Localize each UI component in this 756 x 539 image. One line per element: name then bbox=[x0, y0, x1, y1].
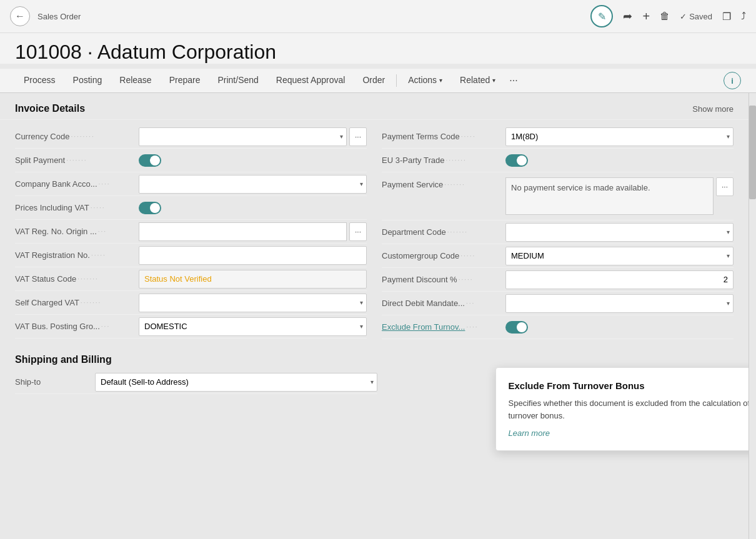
tab-request-approval[interactable]: Request Approval bbox=[267, 69, 354, 92]
right-column: Payment Terms Code ····· 1M(8D) ▾ bbox=[374, 125, 734, 339]
vat-status-row: VAT Status Code ······· bbox=[15, 267, 367, 291]
section-title: Invoice Details bbox=[15, 103, 85, 114]
prices-including-vat-toggle[interactable] bbox=[139, 202, 161, 214]
eu-3party-row: EU 3-Party Trade ······· bbox=[382, 149, 734, 172]
tab-print-send[interactable]: Print/Send bbox=[209, 69, 267, 92]
external-link-button[interactable]: ❐ bbox=[722, 11, 731, 22]
split-payment-label: Split Payment ······· bbox=[15, 156, 134, 165]
scrollbar[interactable] bbox=[749, 93, 756, 539]
page-header: 101008 · Adatum Corporation bbox=[0, 33, 756, 64]
payment-discount-input[interactable] bbox=[505, 270, 734, 289]
tab-order[interactable]: Order bbox=[354, 69, 394, 92]
department-code-select[interactable] bbox=[505, 223, 734, 242]
scrollbar-thumb[interactable] bbox=[749, 106, 756, 199]
edit-button[interactable]: ✎ bbox=[590, 5, 613, 27]
tab-process[interactable]: Process bbox=[15, 69, 64, 92]
info-button[interactable]: i bbox=[724, 72, 741, 89]
company-bank-control: ▾ bbox=[139, 175, 367, 194]
payment-terms-select[interactable]: 1M(8D) bbox=[505, 127, 734, 146]
eu-3party-label: EU 3-Party Trade ······· bbox=[382, 156, 500, 165]
prices-including-vat-row: Prices Including VAT ····· bbox=[15, 196, 367, 220]
tab-release[interactable]: Release bbox=[111, 69, 160, 92]
payment-discount-label: Payment Discount % ····· bbox=[382, 275, 500, 284]
expand-button[interactable]: ⤴ bbox=[741, 11, 746, 22]
tab-prepare[interactable]: Prepare bbox=[161, 69, 209, 92]
payment-service-label: Payment Service ······· bbox=[382, 177, 500, 189]
exclude-from-turnover-toggle[interactable] bbox=[505, 321, 528, 334]
direct-debit-select[interactable] bbox=[505, 294, 734, 313]
split-payment-toggle[interactable] bbox=[139, 154, 161, 167]
payment-terms-row: Payment Terms Code ····· 1M(8D) ▾ bbox=[382, 125, 734, 149]
back-button[interactable]: ← bbox=[10, 6, 30, 26]
checkmark-icon: ✓ bbox=[680, 12, 687, 21]
ship-to-select[interactable]: Default (Sell-to Address) bbox=[95, 373, 377, 392]
vat-reg-origin-control: ··· bbox=[139, 222, 367, 241]
main-panel: Invoice Details Show more Currency Code … bbox=[0, 93, 749, 399]
payment-terms-control: 1M(8D) ▾ bbox=[505, 127, 734, 146]
company-bank-select[interactable] bbox=[139, 175, 367, 194]
currency-code-label: Currency Code ········ bbox=[15, 132, 134, 141]
direct-debit-control: ▾ bbox=[505, 294, 734, 313]
vat-registration-row: VAT Registration No. ····· bbox=[15, 244, 367, 267]
payment-service-box: No payment service is made available. bbox=[505, 177, 714, 215]
company-bank-row: Company Bank Acco... ···· ▾ bbox=[15, 172, 367, 196]
payment-service-row: Payment Service ······· No payment servi… bbox=[382, 172, 734, 220]
split-payment-row: Split Payment ······· bbox=[15, 149, 367, 172]
nav-tabs: Process Posting Release Prepare Print/Se… bbox=[0, 69, 756, 93]
show-more-button[interactable]: Show more bbox=[692, 104, 734, 114]
add-button[interactable]: + bbox=[642, 9, 650, 24]
page-title: Sales Order bbox=[37, 12, 583, 21]
ship-to-label: Ship-to bbox=[15, 377, 90, 387]
vat-reg-origin-more-button[interactable]: ··· bbox=[349, 222, 367, 241]
saved-status: ✓ Saved bbox=[680, 12, 712, 21]
company-bank-select-wrap: ▾ bbox=[139, 175, 367, 194]
related-chevron-icon: ▾ bbox=[492, 77, 495, 84]
self-charged-vat-select[interactable] bbox=[139, 294, 367, 312]
department-code-select-wrap: ▾ bbox=[505, 223, 734, 242]
self-charged-vat-row: Self Charged VAT ······· ▾ bbox=[15, 291, 367, 315]
self-charged-vat-select-wrap: ▾ bbox=[139, 294, 367, 312]
tooltip-body: Specifies whether this document is exclu… bbox=[509, 397, 749, 422]
more-menu[interactable]: ··· bbox=[504, 69, 522, 92]
related-menu[interactable]: Related ▾ bbox=[451, 69, 504, 92]
eu-3party-toggle[interactable] bbox=[505, 154, 528, 167]
payment-terms-select-wrap: 1M(8D) ▾ bbox=[505, 127, 734, 146]
eu-3party-control bbox=[505, 154, 734, 167]
vat-reg-origin-label: VAT Reg. No. Origin ... ··· bbox=[15, 227, 134, 236]
invoice-details-section: Invoice Details Show more bbox=[0, 93, 749, 120]
vat-status-input[interactable] bbox=[139, 270, 367, 289]
payment-service-text: No payment service is made available. bbox=[511, 183, 650, 192]
nav-divider bbox=[396, 74, 397, 87]
vat-bus-posting-control: DOMESTIC ▾ bbox=[139, 317, 367, 336]
main-content: Invoice Details Show more Currency Code … bbox=[0, 93, 756, 539]
vat-bus-posting-select[interactable]: DOMESTIC bbox=[139, 317, 367, 336]
payment-service-more-button[interactable]: ··· bbox=[716, 177, 734, 196]
actions-menu[interactable]: Actions ▾ bbox=[399, 69, 451, 92]
share-button[interactable]: ➦ bbox=[623, 9, 632, 23]
currency-code-row: Currency Code ········ ▾ ··· bbox=[15, 125, 367, 149]
department-code-row: Department Code ······· ▾ bbox=[382, 220, 734, 244]
department-code-label: Department Code ······· bbox=[382, 227, 500, 237]
vat-registration-label: VAT Registration No. ····· bbox=[15, 250, 134, 260]
exclude-from-turnover-link[interactable]: Exclude From Turnov... bbox=[382, 322, 465, 332]
vat-bus-posting-label: VAT Bus. Posting Gro... ··· bbox=[15, 322, 134, 331]
department-code-control: ▾ bbox=[505, 223, 734, 242]
customergroup-code-select[interactable]: MEDIUM bbox=[505, 247, 734, 265]
ship-to-select-wrap: Default (Sell-to Address) ▾ bbox=[95, 373, 377, 392]
ship-to-control: Default (Sell-to Address) ▾ bbox=[95, 373, 377, 392]
vat-registration-control bbox=[139, 246, 367, 265]
tab-posting[interactable]: Posting bbox=[64, 69, 111, 92]
prices-including-vat-label: Prices Including VAT ····· bbox=[15, 203, 134, 212]
currency-code-control: ▾ ··· bbox=[139, 127, 367, 146]
split-payment-control bbox=[139, 154, 367, 167]
currency-code-more-button[interactable]: ··· bbox=[349, 127, 367, 146]
vat-bus-posting-select-wrap: DOMESTIC ▾ bbox=[139, 317, 367, 336]
content-scroll[interactable]: Invoice Details Show more Currency Code … bbox=[0, 93, 749, 539]
currency-code-select[interactable] bbox=[139, 127, 347, 146]
customergroup-code-label: Customergroup Code ····· bbox=[382, 251, 500, 260]
vat-registration-input[interactable] bbox=[139, 246, 367, 265]
learn-more-link[interactable]: Learn more bbox=[509, 428, 550, 438]
delete-button[interactable]: 🗑 bbox=[660, 11, 670, 22]
form-grid: Currency Code ········ ▾ ··· bbox=[0, 120, 749, 344]
actions-chevron-icon: ▾ bbox=[439, 77, 442, 84]
